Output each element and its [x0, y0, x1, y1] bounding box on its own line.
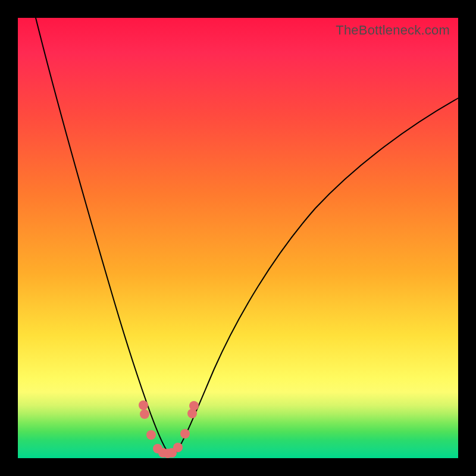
dot — [173, 443, 183, 452]
curve-right-branch — [176, 98, 458, 452]
dot — [140, 409, 149, 419]
plot-area: TheBottleneck.com — [18, 18, 458, 458]
dot — [139, 400, 148, 410]
dot — [180, 429, 190, 439]
curve-left-branch — [36, 18, 168, 452]
highlight-dots — [139, 400, 199, 458]
outer-frame: TheBottleneck.com — [0, 0, 476, 476]
dot — [146, 430, 156, 440]
curve-svg — [18, 18, 458, 458]
dot — [189, 401, 199, 411]
